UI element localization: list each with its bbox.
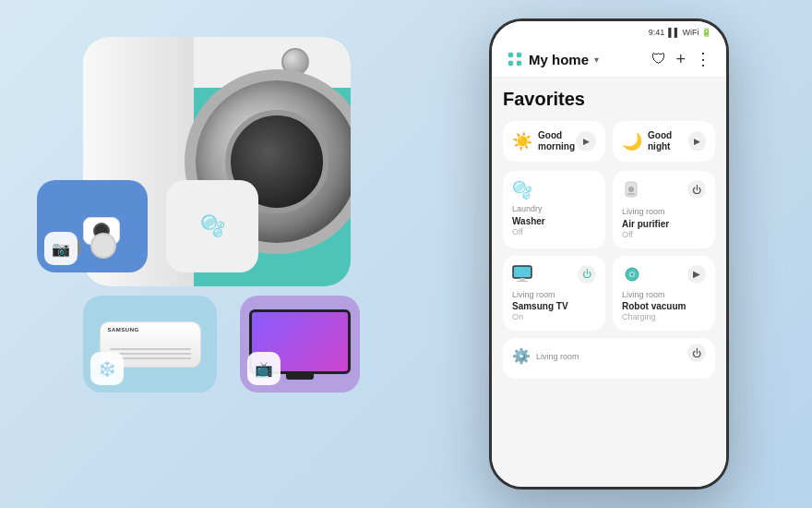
shield-icon[interactable]: 🛡 (651, 51, 666, 67)
small-washer-card: 🫧 (166, 180, 258, 272)
morning-play-button[interactable]: ▶ (576, 131, 596, 151)
ac-stripe-1 (110, 348, 191, 350)
morning-label: Goodmorning (538, 130, 575, 152)
partial-device-icon: ⚙️ (512, 347, 531, 365)
ac-overlay-icon: ❄️ (90, 352, 124, 385)
partial-room-label: Living room (536, 352, 579, 361)
more-icon[interactable]: ⋮ (695, 49, 711, 69)
status-icons: ▌▌ WiFi 🔋 (668, 28, 711, 37)
partial-power-button[interactable]: ⏻ (687, 344, 706, 362)
home-title: My home (529, 52, 589, 67)
washer-device-icon: 🫧 (512, 180, 596, 200)
partial-left: ⚙️ Living room (512, 347, 579, 365)
tv-stand (286, 374, 314, 380)
smartthings-icon (507, 51, 523, 67)
air-purifier-power-button[interactable]: ⏻ (687, 180, 706, 199)
status-time: 9:41 (649, 28, 665, 37)
washer-small-icon: 🫧 (200, 214, 225, 238)
device-showcase: SAMSUNG 📷 🫧 SAMSUNG (9, 0, 434, 508)
svg-rect-3 (517, 61, 521, 66)
night-icon: 🌙 (622, 131, 642, 151)
svg-rect-7 (513, 266, 531, 278)
header-icons: 🛡 + ⋮ (651, 49, 711, 69)
tv-overlay-icon: 📺 (247, 352, 281, 385)
svg-point-12 (631, 272, 634, 275)
status-bar: 9:41 ▌▌ WiFi 🔋 (492, 21, 726, 43)
svg-rect-0 (508, 53, 513, 57)
phone-header: My home ▾ 🛡 + ⋮ (492, 43, 726, 78)
air-purifier-room: Living room (622, 207, 706, 218)
night-label: Good night (648, 130, 688, 152)
home-title-area[interactable]: My home ▾ (507, 51, 599, 67)
tv-room: Living room (512, 290, 596, 301)
partial-device-card[interactable]: ⚙️ Living room ⏻ (503, 338, 715, 379)
svg-rect-9 (517, 281, 528, 282)
routine-morning-label-area: ☀️ Goodmorning (512, 130, 575, 152)
phone-frame: 9:41 ▌▌ WiFi 🔋 My home ▾ 🛡 + ⋮ (489, 18, 729, 490)
air-purifier-status: Off (622, 230, 706, 239)
add-icon[interactable]: + (675, 50, 686, 69)
routines-row: ☀️ Goodmorning ▶ 🌙 Good night ▶ (503, 121, 715, 162)
home-dropdown-icon[interactable]: ▾ (594, 54, 599, 65)
washer-status: Off (512, 227, 596, 236)
routine-good-morning[interactable]: ☀️ Goodmorning ▶ (503, 121, 605, 162)
tv-power-button[interactable]: ⏻ (578, 265, 596, 284)
vacuum-model: Robot vacuum (622, 300, 706, 312)
air-purifier-model: Air purifier (622, 218, 706, 230)
device-card-tv[interactable]: ⏻ Living room Samsung TV On (503, 256, 605, 332)
tv-status: On (512, 312, 596, 321)
device-card-vacuum[interactable]: ▶ Living room Robot vacuum Charging (613, 256, 715, 332)
tv-model: Samsung TV (512, 300, 596, 312)
phone-content: Favorites ☀️ Goodmorning ▶ 🌙 Good night … (492, 78, 726, 487)
routine-good-night[interactable]: 🌙 Good night ▶ (613, 121, 715, 162)
morning-icon: ☀️ (512, 131, 532, 151)
cam-stand (90, 233, 116, 259)
vacuum-status: Charging (622, 312, 706, 321)
washer-model: Washer (512, 215, 596, 227)
routine-night-label-area: 🌙 Good night (622, 130, 688, 152)
camera-card: 📷 (37, 180, 148, 272)
svg-rect-8 (519, 278, 525, 281)
svg-rect-1 (517, 53, 521, 57)
vacuum-room: Living room (622, 290, 706, 301)
ac-stripe-2 (110, 353, 191, 355)
svg-point-5 (628, 187, 634, 192)
washer-room: Laundry (512, 204, 596, 215)
night-play-button[interactable]: ▶ (688, 131, 706, 151)
vacuum-play-button[interactable]: ▶ (687, 265, 706, 284)
camera-overlay-icon: 📷 (44, 232, 78, 265)
ac-samsung-label: SAMSUNG (108, 327, 139, 333)
device-grid: 🫧 Laundry Washer Off ⏻ Livin (503, 171, 715, 331)
device-card-air-purifier[interactable]: ⏻ Living room Air purifier Off (613, 171, 715, 248)
ac-card: SAMSUNG ❄️ (83, 296, 217, 393)
device-card-washer[interactable]: 🫧 Laundry Washer Off (503, 171, 605, 248)
tv-card: 📺 (240, 296, 360, 393)
favorites-title: Favorites (503, 89, 715, 110)
svg-rect-6 (627, 193, 635, 195)
phone-section: 9:41 ▌▌ WiFi 🔋 My home ▾ 🛡 + ⋮ (434, 0, 803, 508)
svg-rect-2 (508, 61, 513, 66)
